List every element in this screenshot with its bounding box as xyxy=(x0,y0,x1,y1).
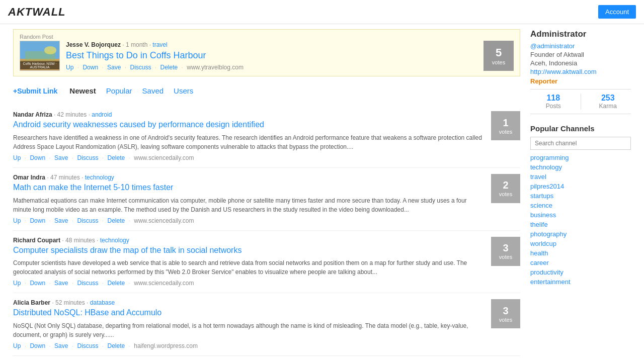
post-votes-label-3: votes xyxy=(499,317,512,323)
post-tag-0[interactable]: android xyxy=(92,111,112,118)
random-post-label: Random Post xyxy=(20,34,53,40)
post-tag-3[interactable]: database xyxy=(90,299,115,306)
post-main-1: Omar Indra · 47 minutes · technology Mat… xyxy=(13,174,485,224)
post-0-delete[interactable]: Delete xyxy=(108,154,125,161)
post-time-0: 42 minutes xyxy=(57,111,87,118)
channel-link[interactable]: programming xyxy=(530,154,631,161)
random-post-actions: Up · Down · Save · Discuss · Delete · ww… xyxy=(66,64,477,71)
account-button[interactable]: Account xyxy=(598,5,636,19)
post-votes-label-0: votes xyxy=(499,129,512,135)
random-post-votes-num: 5 xyxy=(496,46,502,59)
search-input[interactable] xyxy=(530,137,631,150)
post-2-discuss[interactable]: Discuss xyxy=(77,280,98,287)
admin-handle[interactable]: @administrator xyxy=(530,42,631,50)
tab-users[interactable]: Users xyxy=(169,84,198,97)
sidebar: Administrator @administrator Founder of … xyxy=(530,29,631,356)
channel-link[interactable]: health xyxy=(530,249,631,257)
post-0-discuss[interactable]: Discuss xyxy=(77,154,98,161)
post-3-down[interactable]: Down xyxy=(30,342,45,349)
admin-karma-label: Karma xyxy=(585,103,631,110)
admin-posts-label: Posts xyxy=(530,103,577,110)
table-row: Richard Coupart · 48 minutes · technolog… xyxy=(13,231,520,294)
post-2-delete[interactable]: Delete xyxy=(108,280,125,287)
header: AKTWALL Account xyxy=(0,0,644,24)
post-2-down[interactable]: Down xyxy=(30,280,45,287)
random-down-link[interactable]: Down xyxy=(83,64,98,71)
channel-link[interactable]: technology xyxy=(530,163,631,171)
channel-link[interactable]: business xyxy=(530,211,631,219)
random-post-meta: Jesse V. Bojorquez · 1 month · travel xyxy=(66,41,477,48)
post-main-3: Alicia Barber · 52 minutes · database Di… xyxy=(13,299,485,349)
post-title-2[interactable]: Computer specialists draw the map of the… xyxy=(13,245,485,256)
post-tag-1[interactable]: technology xyxy=(85,174,114,181)
post-time-1: 47 minutes xyxy=(50,174,80,181)
channel-link[interactable]: startups xyxy=(530,192,631,200)
post-desc-2: Computer scientists have developed a web… xyxy=(13,258,485,277)
post-1-discuss[interactable]: Discuss xyxy=(77,217,98,224)
admin-title: Administrator xyxy=(530,29,631,39)
channel-link[interactable]: thelife xyxy=(530,221,631,228)
channel-link[interactable]: productivity xyxy=(530,268,631,276)
post-3-up[interactable]: Up xyxy=(13,342,21,349)
post-2-save[interactable]: Save xyxy=(54,280,68,287)
posts-list: Nandar Afriza · 42 minutes · android And… xyxy=(13,105,520,356)
random-post-body: Jesse V. Bojorquez · 1 month · travel Be… xyxy=(66,41,477,71)
random-up-link[interactable]: Up xyxy=(66,64,73,71)
post-1-save[interactable]: Save xyxy=(54,217,68,224)
admin-location: Aceh, Indonesia xyxy=(530,59,631,67)
channel-link[interactable]: science xyxy=(530,202,631,209)
channel-link[interactable]: career xyxy=(530,259,631,266)
channel-link[interactable]: travel xyxy=(530,173,631,180)
table-row: Omar Indra · 47 minutes · technology Mat… xyxy=(13,168,520,231)
post-0-up[interactable]: Up xyxy=(13,154,21,161)
post-votes-num-2: 3 xyxy=(503,242,508,254)
tab-saved[interactable]: Saved xyxy=(137,84,169,97)
post-votes-num-1: 2 xyxy=(503,179,508,191)
post-1-delete[interactable]: Delete xyxy=(108,217,125,224)
post-votes-0: 1 votes xyxy=(491,111,520,140)
logo: AKTWALL xyxy=(8,6,66,19)
random-post-title[interactable]: Best Things to Do in Coffs Harbour xyxy=(66,50,477,61)
post-2-source: www.sciencedaily.com xyxy=(134,280,194,287)
random-discuss-link[interactable]: Discuss xyxy=(130,64,151,71)
post-3-discuss[interactable]: Discuss xyxy=(77,342,98,349)
post-1-down[interactable]: Down xyxy=(30,217,45,224)
random-post-tag[interactable]: travel xyxy=(152,41,167,48)
post-3-save[interactable]: Save xyxy=(54,342,68,349)
post-title-1[interactable]: Math can make the Internet 5-10 times fa… xyxy=(13,183,485,193)
channel-link[interactable]: worldcup xyxy=(530,240,631,247)
table-row: Alicia Barber · 52 minutes · database Di… xyxy=(13,293,520,356)
admin-url[interactable]: http://www.aktwall.com xyxy=(530,68,631,75)
random-post-author: Jesse V. Bojorquez xyxy=(66,41,121,48)
submit-link[interactable]: +Submit Link xyxy=(13,87,57,95)
post-meta-1: Omar Indra · 47 minutes · technology xyxy=(13,174,485,181)
admin-karma-num: 253 xyxy=(585,94,631,103)
post-desc-0: Researchers have identified a weakness i… xyxy=(13,133,485,151)
post-desc-1: Mathematical equations can make Internet… xyxy=(13,196,485,214)
post-tag-2[interactable]: technology xyxy=(100,237,129,244)
post-title-0[interactable]: Android security weaknesses caused by pe… xyxy=(13,120,485,130)
admin-karma-stat: 253 Karma xyxy=(585,94,631,110)
post-title-3[interactable]: Distributed NoSQL: HBase and Accumulo xyxy=(13,308,485,318)
post-3-delete[interactable]: Delete xyxy=(108,342,125,349)
post-actions-0: Up · Down · Save · Discuss · Delete · ww… xyxy=(13,154,485,161)
random-post-banner: Random Post Coffs Harbour, NSW · AUSTRAL… xyxy=(13,29,520,76)
post-0-save[interactable]: Save xyxy=(54,154,68,161)
random-post-source: www.ytravelblog.com xyxy=(187,64,244,71)
post-votes-num-3: 3 xyxy=(503,305,508,317)
post-meta-0: Nandar Afriza · 42 minutes · android xyxy=(13,111,485,118)
random-save-link[interactable]: Save xyxy=(107,64,121,71)
admin-posts-num: 118 xyxy=(530,94,577,103)
channel-link[interactable]: pilpres2014 xyxy=(530,183,631,190)
admin-name: Founder of Aktwall xyxy=(530,51,631,58)
post-1-up[interactable]: Up xyxy=(13,217,21,224)
channel-link[interactable]: entertainment xyxy=(530,278,631,286)
main-layout: Random Post Coffs Harbour, NSW · AUSTRAL… xyxy=(5,24,639,361)
post-0-down[interactable]: Down xyxy=(30,154,45,161)
post-votes-1: 2 votes xyxy=(491,174,520,203)
tab-popular[interactable]: Popular xyxy=(101,84,137,97)
channel-link[interactable]: photography xyxy=(530,230,631,238)
post-2-up[interactable]: Up xyxy=(13,280,21,287)
tab-newest[interactable]: Newest xyxy=(64,84,101,97)
random-delete-link[interactable]: Delete xyxy=(160,64,178,71)
